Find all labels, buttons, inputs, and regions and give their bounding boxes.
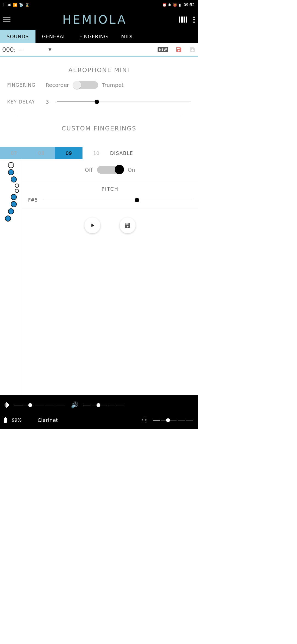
device-battery-label: 99% (12, 417, 22, 423)
menu-button[interactable] (3, 17, 10, 22)
custom-fingerings-tabs: 07 08 09 10 DISABLE (0, 147, 198, 159)
grid-icon[interactable] (142, 417, 148, 423)
cf-enable-toggle[interactable] (97, 166, 123, 174)
cf-off-label: Off (85, 167, 92, 173)
fingering-label: FINGERING (7, 82, 46, 88)
tab-general[interactable]: GENERAL (35, 30, 73, 43)
custom-fingerings-heading: CUSTOM FINGERINGS (0, 115, 198, 140)
preset-row: 000: --- ▼ NEW (0, 43, 198, 57)
fingering-hole[interactable] (15, 189, 19, 193)
dnd-icon: 🔕 (173, 3, 177, 7)
fingering-mode-right-label: Trumpet (102, 82, 123, 88)
cf-tab-disable[interactable]: DISABLE (110, 147, 148, 159)
pitch-slider[interactable] (43, 197, 192, 203)
play-button[interactable] (84, 217, 100, 233)
keyboard-icon[interactable] (179, 17, 187, 23)
instrument-name: Clarinet (38, 417, 58, 423)
tab-midi[interactable]: MIDI (115, 30, 139, 43)
cf-on-label: On (128, 167, 135, 173)
carrier-label: Iliad (3, 2, 11, 7)
device-battery-icon (4, 418, 7, 423)
loading-icon: ⌛ (25, 3, 29, 7)
cf-tab-07[interactable]: 07 (0, 147, 28, 159)
new-badge[interactable]: NEW (158, 47, 168, 52)
tab-sounds[interactable]: SOUNDS (0, 30, 35, 43)
keydelay-slider[interactable] (57, 99, 191, 105)
cf-tab-09[interactable]: 09 (55, 147, 82, 159)
bottom-slider-3[interactable] (153, 418, 194, 422)
fingering-hole[interactable] (15, 184, 19, 188)
preset-selector[interactable]: 000: --- ▼ (2, 46, 51, 53)
fingering-hole[interactable] (5, 215, 11, 222)
levels-icon[interactable] (4, 402, 9, 408)
main-tabs: SOUNDS GENERAL FINGERING MIDI (0, 30, 198, 43)
pitch-value: F#5 (28, 197, 39, 203)
overflow-menu-button[interactable] (193, 17, 195, 23)
fingering-hole[interactable] (11, 201, 17, 207)
bottom-bar: 🔊 99% Clarinet (0, 395, 198, 429)
dropdown-caret-icon: ▼ (48, 47, 51, 52)
tab-fingering[interactable]: FINGERING (73, 30, 114, 43)
signal-icon: 📶 (13, 3, 17, 7)
battery-icon: ▮ (179, 3, 181, 7)
pitch-label: PITCH (28, 186, 192, 192)
cf-tab-08[interactable]: 08 (28, 147, 55, 159)
fingering-hole[interactable] (11, 194, 17, 200)
fingering-mode-left-label: Recorder (46, 82, 69, 88)
keydelay-value: 3 (46, 99, 57, 105)
wifi-icon: 📡 (19, 3, 23, 7)
add-file-button[interactable] (189, 46, 196, 53)
fingering-hole[interactable] (11, 176, 17, 182)
fingering-hole[interactable] (8, 169, 14, 175)
preset-label: 000: --- (2, 46, 24, 53)
app-title: HEMIOLA (62, 13, 127, 26)
clock: 09:52 (184, 2, 195, 7)
alarm-icon: ⏰ (162, 3, 167, 7)
aerophone-heading: AEROPHONE MINI (0, 57, 198, 81)
cf-tab-10[interactable]: 10 (82, 147, 110, 159)
bottom-slider-2[interactable] (83, 403, 125, 407)
status-bar: Iliad 📶 📡 ⌛ ⏰ ✱ 🔕 ▮ 09:52 (0, 0, 198, 9)
fingering-hole[interactable] (8, 162, 14, 168)
app-bar: HEMIOLA (0, 9, 198, 30)
save-preset-button[interactable] (175, 46, 182, 53)
bluetooth-icon: ✱ (168, 3, 171, 7)
keydelay-label: KEY DELAY (7, 99, 46, 105)
fingering-diagram[interactable] (0, 159, 22, 395)
fingering-hole[interactable] (8, 208, 14, 214)
fingering-mode-toggle[interactable] (73, 81, 98, 89)
volume-icon[interactable]: 🔊 (71, 402, 78, 408)
bottom-slider-1[interactable] (14, 403, 66, 407)
save-fingering-button[interactable] (120, 217, 136, 233)
